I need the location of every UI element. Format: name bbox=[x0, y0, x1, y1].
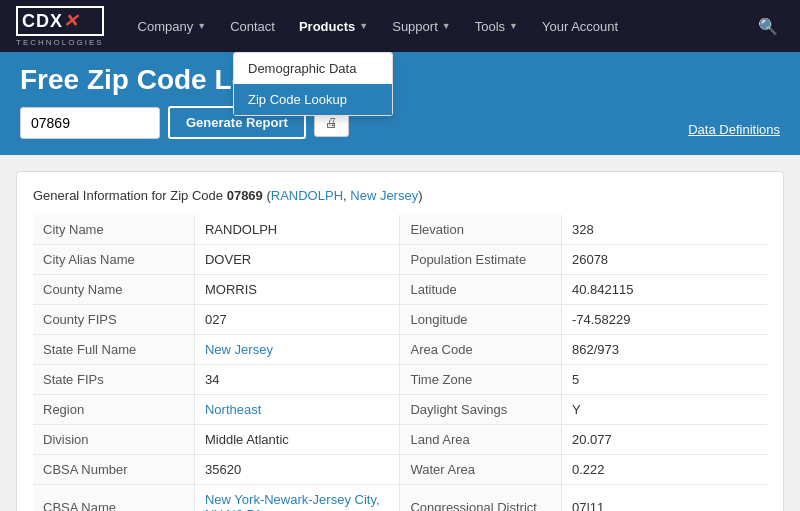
table-value: 34 bbox=[194, 365, 400, 395]
table-value: 5 bbox=[561, 365, 767, 395]
products-dropdown: Demographic Data Zip Code Lookup bbox=[233, 52, 393, 116]
chevron-down-icon: ▼ bbox=[509, 21, 518, 31]
table-value: 0.222 bbox=[561, 455, 767, 485]
table-row: City NameRANDOLPHElevation328 bbox=[33, 215, 767, 245]
table-value: 027 bbox=[194, 305, 400, 335]
nav-items: Company ▼ Contact Products ▼ Support ▼ T… bbox=[128, 13, 752, 40]
table-label: Region bbox=[33, 395, 194, 425]
table-value: DOVER bbox=[194, 245, 400, 275]
table-label: Congressional District bbox=[400, 485, 561, 512]
table-value: 07|11 bbox=[561, 485, 767, 512]
table-label: Daylight Savings bbox=[400, 395, 561, 425]
chevron-down-icon: ▼ bbox=[359, 21, 368, 31]
table-value[interactable]: Northeast bbox=[194, 395, 400, 425]
table-label: CBSA Name bbox=[33, 485, 194, 512]
table-label: County FIPS bbox=[33, 305, 194, 335]
nav-item-company[interactable]: Company ▼ bbox=[128, 13, 217, 40]
table-value: 862/973 bbox=[561, 335, 767, 365]
table-row: County NameMORRISLatitude40.842115 bbox=[33, 275, 767, 305]
city-link[interactable]: RANDOLPH bbox=[271, 188, 343, 203]
table-value: 20.077 bbox=[561, 425, 767, 455]
table-label: Water Area bbox=[400, 455, 561, 485]
table-label: State FIPs bbox=[33, 365, 194, 395]
dropdown-item-demographic[interactable]: Demographic Data bbox=[234, 53, 392, 84]
table-row: CBSA Number35620Water Area0.222 bbox=[33, 455, 767, 485]
logo-sub: TECHNOLOGIES bbox=[16, 38, 104, 47]
nav-item-your-account[interactable]: Your Account bbox=[532, 13, 628, 40]
logo-text: CDX✕ bbox=[16, 6, 104, 36]
table-label: Population Estimate bbox=[400, 245, 561, 275]
search-icon[interactable]: 🔍 bbox=[752, 11, 784, 42]
nav-item-products[interactable]: Products ▼ bbox=[289, 13, 378, 40]
nav-item-support[interactable]: Support ▼ bbox=[382, 13, 460, 40]
table-value: MORRIS bbox=[194, 275, 400, 305]
table-value: 35620 bbox=[194, 455, 400, 485]
chevron-down-icon: ▼ bbox=[197, 21, 206, 31]
table-label: County Name bbox=[33, 275, 194, 305]
table-value: 26078 bbox=[561, 245, 767, 275]
table-value[interactable]: New York-Newark-Jersey City, NY-NJ-PA bbox=[194, 485, 400, 512]
table-label: Land Area bbox=[400, 425, 561, 455]
table-row: CBSA NameNew York-Newark-Jersey City, NY… bbox=[33, 485, 767, 512]
general-info-title: General Information for Zip Code 07869 (… bbox=[33, 188, 767, 203]
state-link[interactable]: New Jersey bbox=[350, 188, 418, 203]
page-title: Free Zip Code Lookup bbox=[20, 64, 780, 96]
chevron-down-icon: ▼ bbox=[442, 21, 451, 31]
table-value: RANDOLPH bbox=[194, 215, 400, 245]
table-label: Elevation bbox=[400, 215, 561, 245]
navbar: CDX✕ TECHNOLOGIES Company ▼ Contact Prod… bbox=[0, 0, 800, 52]
table-value: 40.842115 bbox=[561, 275, 767, 305]
table-label: City Name bbox=[33, 215, 194, 245]
table-row: DivisionMiddle AtlanticLand Area20.077 bbox=[33, 425, 767, 455]
nav-item-tools[interactable]: Tools ▼ bbox=[465, 13, 528, 40]
table-label: Longitude bbox=[400, 305, 561, 335]
data-table: City NameRANDOLPHElevation328City Alias … bbox=[33, 215, 767, 511]
table-label: Latitude bbox=[400, 275, 561, 305]
table-row: State Full NameNew JerseyArea Code862/97… bbox=[33, 335, 767, 365]
table-value: Y bbox=[561, 395, 767, 425]
nav-item-contact[interactable]: Contact bbox=[220, 13, 285, 40]
table-value[interactable]: New Jersey bbox=[194, 335, 400, 365]
table-label: Division bbox=[33, 425, 194, 455]
table-label: City Alias Name bbox=[33, 245, 194, 275]
table-value: 328 bbox=[561, 215, 767, 245]
table-value: Middle Atlantic bbox=[194, 425, 400, 455]
data-definitions-link[interactable]: Data Definitions bbox=[688, 122, 780, 139]
zip-input[interactable] bbox=[20, 107, 160, 139]
main-content: General Information for Zip Code 07869 (… bbox=[16, 171, 784, 511]
table-row: City Alias NameDOVERPopulation Estimate2… bbox=[33, 245, 767, 275]
table-label: State Full Name bbox=[33, 335, 194, 365]
search-row: Generate Report 🖨 Data Definitions bbox=[20, 106, 780, 139]
table-label: CBSA Number bbox=[33, 455, 194, 485]
table-label: Area Code bbox=[400, 335, 561, 365]
table-row: RegionNortheastDaylight SavingsY bbox=[33, 395, 767, 425]
dropdown-item-zip-lookup[interactable]: Zip Code Lookup bbox=[234, 84, 392, 115]
table-value: -74.58229 bbox=[561, 305, 767, 335]
logo[interactable]: CDX✕ TECHNOLOGIES bbox=[16, 6, 104, 47]
table-row: State FIPs34Time Zone5 bbox=[33, 365, 767, 395]
table-label: Time Zone bbox=[400, 365, 561, 395]
table-row: County FIPS027Longitude-74.58229 bbox=[33, 305, 767, 335]
header-band: Free Zip Code Lookup Generate Report 🖨 D… bbox=[0, 52, 800, 155]
